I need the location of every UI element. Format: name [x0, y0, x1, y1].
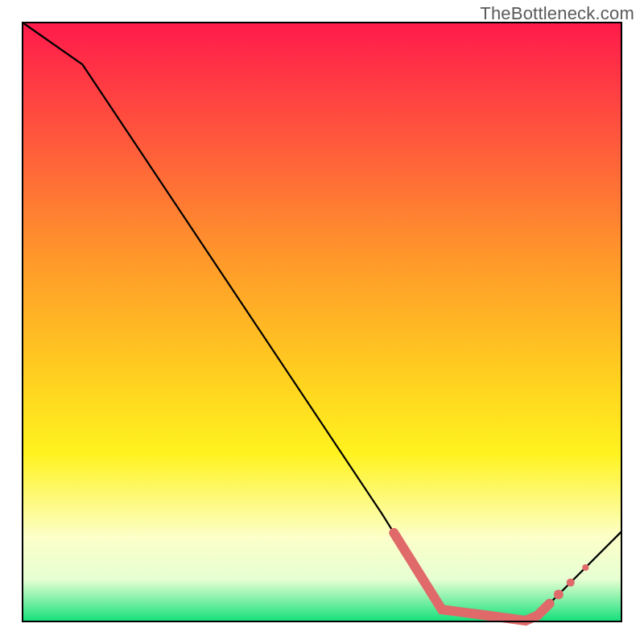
trailing-dot [554, 590, 564, 600]
plot-background [23, 23, 621, 621]
chart-stage: TheBottleneck.com [0, 0, 644, 644]
watermark-text: TheBottleneck.com [480, 3, 634, 24]
trailing-dot [582, 564, 588, 571]
bottleneck-chart [0, 0, 644, 644]
trailing-dot [567, 579, 575, 587]
